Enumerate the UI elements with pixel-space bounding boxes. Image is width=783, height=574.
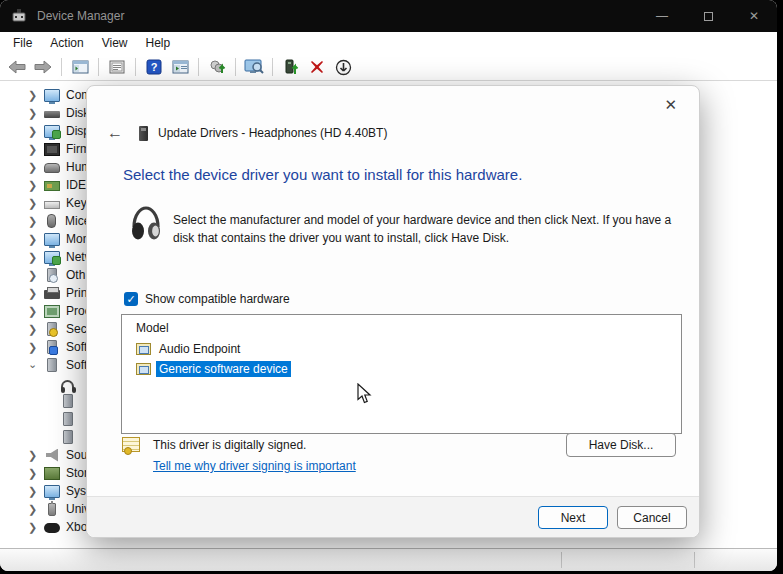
digitally-signed-text: This driver is digitally signed.: [153, 438, 306, 452]
scan-for-hardware-changes-icon[interactable]: [206, 56, 228, 78]
chevron-down-icon[interactable]: ⌄: [28, 358, 44, 371]
storage-controller-icon: [44, 467, 60, 480]
keyboard-icon: [44, 201, 60, 209]
toolbar-separator: [135, 58, 136, 76]
driver-signing-link[interactable]: Tell me why driver signing is important: [153, 459, 356, 473]
chevron-right-icon[interactable]: ❯: [28, 161, 44, 174]
title-bar: Device Manager — ✕: [0, 0, 777, 32]
next-button[interactable]: Next: [538, 506, 608, 529]
other-device-icon: [47, 268, 57, 282]
disk-drive-icon: [44, 111, 60, 118]
chevron-right-icon[interactable]: ❯: [28, 89, 44, 102]
mouse-cursor: [357, 383, 373, 404]
software-device-icon: [63, 394, 73, 408]
menu-action[interactable]: Action: [41, 33, 92, 53]
chevron-right-icon[interactable]: ❯: [28, 287, 44, 300]
menu-bar: File Action View Help: [0, 32, 777, 54]
dialog-description: Select the manufacturer and model of you…: [173, 211, 681, 247]
status-bar: [0, 548, 777, 571]
disable-device-icon[interactable]: [332, 56, 354, 78]
properties-icon[interactable]: [106, 56, 128, 78]
driver-icon: [136, 343, 151, 355]
search-computer-icon[interactable]: [243, 56, 265, 78]
dialog-footer: Next Cancel: [87, 496, 699, 537]
chevron-right-icon[interactable]: ❯: [28, 341, 44, 354]
back-icon[interactable]: [6, 56, 28, 78]
menu-file[interactable]: File: [4, 33, 41, 53]
toolbar-separator: [98, 58, 99, 76]
chevron-right-icon[interactable]: ❯: [28, 143, 44, 156]
uninstall-device-icon[interactable]: [306, 56, 328, 78]
software-device-icon: [63, 430, 73, 444]
mouse-icon: [47, 214, 56, 228]
toolbar-separator: [198, 58, 199, 76]
chevron-right-icon[interactable]: ❯: [28, 467, 44, 480]
update-drivers-dialog: ✕ ← Update Drivers - Headphones (HD 4.40…: [86, 85, 700, 538]
firmware-icon: [44, 143, 60, 156]
maximize-button[interactable]: [685, 0, 731, 32]
back-arrow-icon[interactable]: ←: [99, 124, 131, 142]
status-bar-separator: [561, 552, 562, 568]
chevron-right-icon[interactable]: ❯: [28, 269, 44, 282]
chevron-right-icon[interactable]: ❯: [28, 521, 44, 534]
dialog-header: ← Update Drivers - Headphones (HD 4.40BT…: [99, 124, 387, 142]
dialog-close-icon[interactable]: ✕: [658, 94, 683, 116]
show-console-tree-icon[interactable]: [69, 56, 91, 78]
help-icon[interactable]: ?: [143, 56, 165, 78]
cancel-button[interactable]: Cancel: [617, 506, 687, 529]
export-list-icon[interactable]: [169, 56, 191, 78]
device-icon: [139, 126, 148, 141]
software-device-icon: [63, 412, 73, 426]
svg-text:?: ?: [151, 61, 158, 73]
maximize-icon: [704, 12, 713, 21]
list-item-generic-software-device[interactable]: Generic software device: [122, 359, 681, 379]
close-button[interactable]: ✕: [731, 0, 777, 32]
monitor-icon: [44, 233, 60, 246]
dialog-title: Update Drivers - Headphones (HD 4.40BT): [158, 126, 387, 140]
menu-help[interactable]: Help: [137, 33, 180, 53]
chevron-right-icon[interactable]: ❯: [28, 233, 44, 246]
security-device-icon: [47, 322, 57, 336]
headphones-image: [128, 203, 164, 245]
show-compatible-hardware-row: ✓ Show compatible hardware: [124, 292, 290, 306]
chevron-right-icon[interactable]: ❯: [28, 305, 44, 318]
have-disk-button[interactable]: Have Disk...: [566, 433, 676, 457]
driver-model-listbox[interactable]: Model Audio Endpoint Generic software de…: [121, 314, 682, 434]
chevron-right-icon[interactable]: ❯: [28, 107, 44, 120]
chevron-right-icon[interactable]: ❯: [28, 323, 44, 336]
status-bar-separator: [694, 552, 695, 568]
system-device-icon: [44, 485, 60, 498]
chevron-right-icon[interactable]: ❯: [28, 251, 44, 264]
chevron-right-icon[interactable]: ❯: [28, 485, 44, 498]
usb-icon: [48, 503, 56, 516]
certificate-icon: [122, 437, 140, 452]
checkbox-checked-icon[interactable]: ✓: [124, 292, 138, 306]
device-manager-app-icon: [11, 8, 27, 24]
minimize-button[interactable]: —: [639, 0, 685, 32]
menu-view[interactable]: View: [93, 33, 137, 53]
dialog-heading: Select the device driver you want to ins…: [123, 166, 522, 183]
software-component-icon: [47, 340, 57, 354]
list-item-audio-endpoint[interactable]: Audio Endpoint: [122, 339, 681, 359]
toolbar-separator: [61, 58, 62, 76]
printer-icon: [44, 290, 60, 299]
checkbox-label: Show compatible hardware: [145, 292, 290, 306]
gamepad-icon: [44, 523, 60, 533]
speaker-icon: [46, 449, 58, 462]
update-driver-icon[interactable]: [280, 56, 302, 78]
driver-icon: [136, 363, 151, 375]
window-title: Device Manager: [37, 9, 639, 23]
chevron-right-icon[interactable]: ❯: [28, 503, 44, 516]
processor-icon: [44, 305, 60, 318]
toolbar-separator: [272, 58, 273, 76]
toolbar-separator: [235, 58, 236, 76]
ide-controller-icon: [44, 181, 60, 191]
chevron-right-icon[interactable]: ❯: [28, 449, 44, 462]
chevron-right-icon[interactable]: ❯: [28, 215, 44, 228]
chevron-right-icon[interactable]: ❯: [28, 197, 44, 210]
software-device-icon: [47, 358, 57, 372]
chevron-right-icon[interactable]: ❯: [28, 179, 44, 192]
forward-icon[interactable]: [32, 56, 54, 78]
chevron-right-icon[interactable]: ❯: [28, 125, 44, 138]
model-column-header: Model: [122, 315, 681, 339]
